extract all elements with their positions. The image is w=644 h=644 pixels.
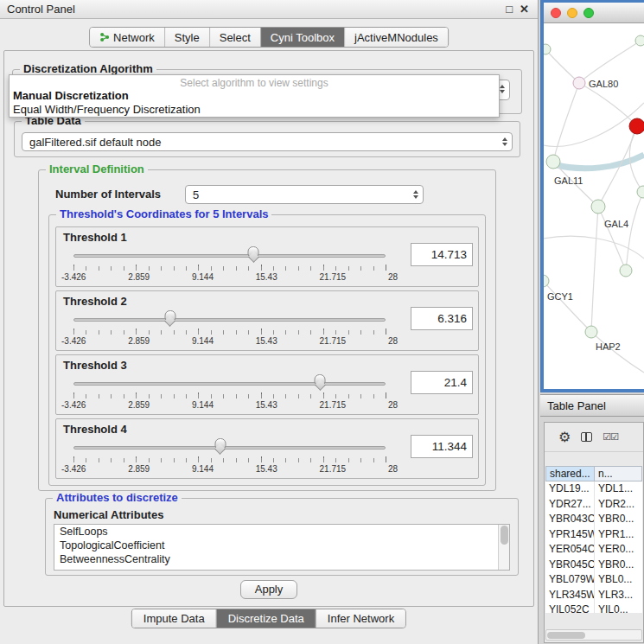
tab-cyni-toolbox[interactable]: Cyni Toolbox [260, 28, 344, 47]
cell[interactable]: YER054C [545, 542, 595, 558]
network-node[interactable] [546, 155, 560, 169]
table-horizontal-scrollbar[interactable] [545, 629, 642, 641]
network-node[interactable] [585, 326, 597, 338]
select-columns-icon[interactable]: ☑☑ [603, 431, 618, 443]
scrollbar-thumb[interactable] [501, 526, 508, 545]
cell[interactable]: YBR0... [595, 558, 642, 573]
column-header-shared[interactable]: shared... [545, 466, 595, 481]
slider-tick-labels: -3.426 2.859 9.144 15.43 21.715 28 [61, 400, 398, 410]
window-minimize-button[interactable] [567, 8, 577, 18]
table-row[interactable]: YPR145W YPR1... [545, 527, 642, 543]
table-row[interactable]: YBR043C YBR0... [545, 512, 642, 527]
scrollbar-thumb[interactable] [547, 632, 585, 639]
cell[interactable]: YIL0... [595, 603, 642, 613]
attributes-frame-title: Attributes to discretize [53, 492, 182, 504]
threshold-1-label: Threshold 1 [63, 231, 127, 244]
threshold-1-slider[interactable] [73, 246, 386, 264]
table-row[interactable]: YDL19... YDL1... [545, 481, 642, 497]
threshold-2-value-field[interactable]: 6.316 [411, 307, 473, 330]
cell[interactable]: YDR27... [545, 497, 595, 513]
network-node[interactable] [635, 35, 644, 46]
control-panel-titlebar: Control Panel □ ✕ [0, 0, 538, 19]
slider-thumb[interactable] [214, 438, 226, 449]
table-row[interactable]: YBL079W YBL0... [545, 572, 642, 588]
list-item[interactable]: TopologicalCoefficient [54, 539, 509, 552]
tick-label: 2.859 [128, 336, 150, 346]
cell[interactable]: YBL0... [595, 572, 642, 588]
tick-label: 28 [388, 464, 398, 474]
tab-discretize-data[interactable]: Discretize Data [216, 609, 316, 628]
cell[interactable]: YLR345W [545, 588, 595, 603]
cell[interactable]: YDL1... [595, 481, 642, 497]
table-data-frame: Table Data galFiltered.sif default node [14, 121, 520, 157]
number-of-intervals-combobox[interactable]: 5 [185, 185, 424, 204]
cell[interactable]: YDL19... [545, 481, 595, 497]
table-row[interactable]: YLR345W YLR3... [545, 588, 642, 603]
tick-label: 21.715 [320, 336, 347, 346]
tick-label: -3.426 [61, 464, 86, 474]
columns-icon[interactable] [581, 432, 592, 442]
network-node[interactable] [620, 265, 632, 277]
tab-network[interactable]: Network [90, 28, 164, 47]
table-row[interactable]: YBR045C YBR0... [545, 558, 642, 573]
gear-icon[interactable]: ⚙ [558, 430, 571, 444]
window-zoom-button[interactable] [583, 8, 594, 18]
slider-track[interactable] [73, 318, 386, 322]
threshold-3-slider[interactable] [73, 374, 386, 392]
cell[interactable]: YBR043C [545, 512, 595, 527]
slider-thumb[interactable] [315, 374, 326, 385]
table-row[interactable]: YER054C YER0... [545, 542, 642, 558]
algorithm-option-manual-discretization[interactable]: Manual Discretization [10, 89, 499, 103]
tab-label: Select [220, 31, 251, 44]
slider-thumb[interactable] [248, 246, 259, 257]
tab-infer-network[interactable]: Infer Network [316, 609, 405, 628]
cell[interactable]: YBR0... [595, 512, 642, 527]
network-canvas[interactable]: GAL80 GAL11 GAL4 GCY1 HAP2 [544, 23, 644, 389]
window-close-button[interactable] [551, 8, 561, 18]
threshold-2-slider[interactable] [73, 310, 386, 328]
table-data-combobox[interactable]: galFiltered.sif default node [22, 132, 513, 151]
cell[interactable]: YDR2... [595, 497, 642, 513]
algorithm-option-equal-width-frequency[interactable]: Equal Width/Frequency Discretization [10, 103, 499, 117]
window-float-icon[interactable]: □ [506, 1, 513, 18]
cell[interactable]: YPR1... [595, 527, 642, 543]
cell[interactable]: YBR045C [545, 558, 595, 573]
threshold-1-value-field[interactable]: 14.713 [411, 243, 473, 266]
cell[interactable]: YER0... [595, 542, 642, 558]
list-item[interactable]: BetweennessCentrality [54, 552, 509, 566]
table-row[interactable]: YIL052C YIL0... [545, 603, 642, 613]
apply-button[interactable]: Apply [240, 580, 297, 599]
number-of-intervals-label: Number of Intervals [55, 188, 161, 201]
window-close-icon[interactable]: ✕ [520, 1, 529, 18]
tick-label: 9.144 [192, 272, 214, 282]
threshold-4-slider[interactable] [73, 438, 386, 456]
tab-style[interactable]: Style [164, 28, 209, 47]
network-node[interactable] [573, 77, 585, 89]
cell[interactable]: YLR3... [595, 588, 642, 603]
cell[interactable]: YPR145W [545, 527, 595, 543]
network-view-window[interactable]: GAL80 GAL11 GAL4 GCY1 HAP2 [540, 0, 644, 392]
slider-track[interactable] [73, 446, 386, 450]
column-header-name[interactable]: n... [595, 466, 642, 481]
threshold-3-value-field[interactable]: 21.4 [411, 371, 473, 394]
network-node[interactable] [637, 186, 644, 198]
list-vertical-scrollbar[interactable] [498, 525, 509, 570]
cell[interactable]: YBL079W [545, 572, 595, 588]
slider-track[interactable] [73, 382, 386, 386]
threshold-4-value-field[interactable]: 11.344 [411, 435, 473, 458]
list-item[interactable]: SelfLoops [54, 525, 509, 539]
threshold-4-label: Threshold 4 [63, 423, 127, 436]
tab-select[interactable]: Select [209, 28, 260, 47]
cell[interactable]: YIL052C [545, 603, 595, 613]
table-row[interactable]: YDR27... YDR2... [545, 497, 642, 513]
tab-jactivemnodules[interactable]: jActiveMNodules [344, 28, 448, 47]
network-node[interactable] [591, 200, 605, 214]
slider-track[interactable] [73, 254, 386, 258]
slider-thumb[interactable] [164, 310, 175, 321]
table-panel-header[interactable]: Table Panel [540, 394, 644, 417]
tab-impute-data[interactable]: Impute Data [132, 609, 216, 628]
network-node[interactable] [544, 275, 549, 287]
numerical-attributes-list[interactable]: SelfLoops TopologicalCoefficient Between… [54, 524, 510, 571]
network-node[interactable] [544, 44, 551, 54]
network-node-selected[interactable] [629, 118, 644, 134]
